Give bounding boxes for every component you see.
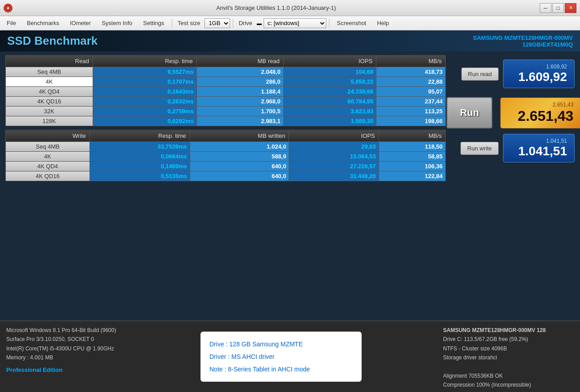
read-score-label: 1.609,92 [511,64,567,70]
read-col-iops: IOPS [283,55,376,67]
app-title: SSD Benchmark [7,34,98,48]
drive-info-title: Drive : 128 GB Samsung MZMTE [209,338,353,350]
write-row-label: Seq 4MB [6,142,90,152]
read-row-mb: 1.700,5 [196,107,283,116]
menu-screenshot[interactable]: Screenshot [332,17,371,29]
read-score-box: 1.609,92 1.609,92 [503,60,575,88]
read-row-resptime: 0,1707ms [93,77,196,87]
title-bar-left: ● [4,4,13,13]
write-col-resptime: Resp. time [90,130,190,142]
write-row-mb: 1.024,0 [190,142,289,152]
read-row-mbs: 418,73 [376,67,446,77]
minimize-button[interactable]: ─ [540,3,551,13]
read-col-mb: MB read [196,55,283,67]
bottom-right: SAMSUNG MZMTE128HMGR-000MV 128 Drive C: … [437,321,580,392]
read-row-iops: 5.858,22 [283,77,376,87]
read-col-label: Read [6,55,93,67]
read-row-mb: 2.983,1 [196,116,283,126]
total-score-value: 2.651,43 [508,108,573,124]
write-table: Write Resp. time MB written IOPS MB/s Se… [5,130,446,181]
drive-label: Drive [236,18,255,28]
read-row-label: 32K [6,107,93,116]
menu-separator-1 [172,19,172,28]
title-bar-controls: ─ □ ✕ [540,3,576,13]
write-score-label: 1.041,51 [511,138,567,144]
test-size-group: Test size 1GB 4GB [175,18,230,28]
read-table-row: Seq 4MB 9,5527ms 2.048,0 104,68 418,73 [6,67,446,77]
read-row-label: 128K [6,116,93,126]
right-section-inner: Run read 1.609,92 1.609,92 Run 2.651,43 … [449,55,575,166]
write-score-value: 1.041,51 [511,144,567,158]
write-row-iops: 29,63 [289,142,379,152]
right-drive-name: SAMSUNG MZMTE128HMGR-000MV 128 [443,326,574,335]
run-main-button[interactable]: Run [447,97,493,128]
title-bar: ● Anvil's Storage Utilities 1.1.0 (2014-… [0,0,580,16]
read-table: Read Resp. time MB read IOPS MB/s Seq 4M… [5,55,446,126]
menu-help[interactable]: Help [372,17,394,29]
write-score-box: 1.041,51 1.041,51 [503,134,575,162]
write-row-resptime: 0,5135ms [90,171,190,181]
main-content: SSD Benchmark SAMSUNG MZMTE128HMGR-000MV… [0,30,580,392]
write-table-row: Seq 4MB 33,7539ms 1.024,0 29,63 118,50 [6,142,446,152]
drive-info-box: Drive : 128 GB Samsung MZMTE Driver : MS… [200,332,362,382]
sys-info-1: Microsoft Windows 8.1 Pro 64-Bit Build (… [6,326,119,335]
test-size-select[interactable]: 1GB 4GB [205,18,230,28]
read-row-iops: 60.784,95 [283,97,376,107]
write-col-label: Write [6,130,90,142]
read-score-value: 1.609,92 [511,70,567,84]
read-table-row: 4K 0,1707ms 286,0 5.858,22 22,88 [6,77,446,87]
close-button[interactable]: ✕ [565,3,576,13]
total-score-box: 2.651,43 2.651,43 [500,98,580,128]
drive-select[interactable]: c: [windows] [264,18,326,28]
right-line-1: Drive C: 113.5/67.2GB free (59.2%) [443,335,574,344]
drive-info-driver: Driver : MS AHCI driver [209,350,353,363]
write-row-label: 4K [6,152,90,162]
maximize-button[interactable]: □ [552,3,564,13]
run-read-button[interactable]: Run read [461,68,499,81]
drive-info-note: Note : 8-Series Tablet in AHCI mode [209,363,353,375]
read-table-row: 4K QD16 0,2632ms 2.968,0 60.784,95 237,4… [6,97,446,107]
menu-separator-3 [329,19,329,28]
read-row-mbs: 22,88 [376,77,446,87]
read-row-resptime: 0,6292ms [93,116,196,126]
write-table-row: 4K QD4 0,1469ms 640,0 27.228,57 106,36 [6,162,446,171]
write-row-label: 4K QD4 [6,162,90,171]
sys-info-4: Memory : 4.001 MB [6,353,119,362]
read-score-row: Run read 1.609,92 1.609,92 [461,60,575,88]
menu-file[interactable]: File [2,17,21,29]
write-table-row: 4K QD16 0,5135ms 640,0 31.448,20 122,84 [6,171,446,181]
read-row-resptime: 0,2759ms [93,107,196,116]
write-row-mb: 640,0 [190,171,289,181]
benchmark-area: Read Resp. time MB read IOPS MB/s Seq 4M… [0,51,580,320]
write-row-resptime: 0,0664ms [90,152,190,162]
menu-benchmarks[interactable]: Benchmarks [22,17,64,29]
read-row-mb: 286,0 [196,77,283,87]
drive-info-header: SAMSUNG MZMTE128HMGR-000MV 128GB/EXT41M0… [473,34,573,48]
write-score-row: Run write 1.041,51 1.041,51 [461,134,575,162]
menu-system-info[interactable]: System Info [97,17,137,29]
menu-iometer[interactable]: IOmeter [65,17,96,29]
read-row-iops: 3.623,93 [283,107,376,116]
app-header: SSD Benchmark SAMSUNG MZMTE128HMGR-000MV… [0,30,580,51]
read-table-row: 128K 0,6292ms 2.983,1 1.589,30 198,66 [6,116,446,126]
read-row-iops: 24.338,66 [283,87,376,97]
write-col-iops: IOPS [289,130,379,142]
write-row-resptime: 0,1469ms [90,162,190,171]
read-row-resptime: 0,2632ms [93,97,196,107]
write-row-mbs: 106,36 [379,162,445,171]
read-row-iops: 104,68 [283,67,376,77]
write-row-mb: 588,9 [190,152,289,162]
test-size-label: Test size [175,18,203,28]
run-write-button[interactable]: Run write [461,142,499,155]
menu-settings[interactable]: Settings [138,17,169,29]
read-row-mbs: 95,07 [376,87,446,97]
read-row-resptime: 9,5527ms [93,67,196,77]
write-row-mbs: 58,85 [379,152,445,162]
menu-separator-2 [233,19,233,28]
write-row-iops: 15.064,53 [289,152,379,162]
write-row-iops: 27.228,57 [289,162,379,171]
sys-info-2: Surface Pro 3/3.10.0250, SOCKET 0 [6,335,119,344]
read-row-mb: 1.188,4 [196,87,283,97]
drive-model: SAMSUNG MZMTE128HMGR-000MV [473,34,573,41]
read-row-iops: 1.589,30 [283,116,376,126]
